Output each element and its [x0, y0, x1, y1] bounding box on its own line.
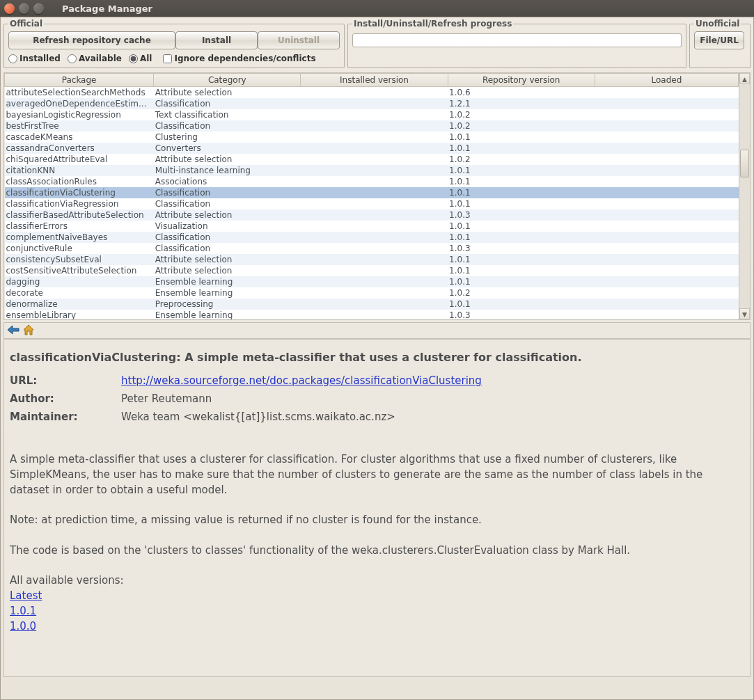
table-cell: Preprocessing — [154, 299, 301, 310]
file-url-button[interactable]: File/URL — [694, 31, 744, 49]
col-header-package[interactable]: Package — [5, 74, 154, 87]
table-cell: 1.0.2 — [448, 154, 595, 165]
table-cell — [301, 299, 448, 310]
table-cell — [595, 165, 738, 176]
table-scrollbar[interactable]: ▲ ▼ — [739, 73, 750, 319]
table-cell — [301, 221, 448, 232]
table-cell: dagging — [5, 276, 154, 287]
ignore-dependencies-label: Ignore dependencies/conflicts — [174, 54, 315, 63]
table-row[interactable]: consistencySubsetEvalAttribute selection… — [5, 254, 739, 265]
table-cell — [595, 221, 738, 232]
table-row[interactable]: complementNaiveBayesClassification1.0.1 — [5, 232, 739, 243]
version-link[interactable]: 1.0.1 — [10, 604, 36, 619]
table-row[interactable]: conjunctiveRuleClassification1.0.3 — [5, 243, 739, 254]
version-link[interactable]: Latest — [10, 589, 42, 604]
table-row[interactable]: classificationViaRegressionClassificatio… — [5, 198, 739, 209]
scroll-up-arrow-icon[interactable]: ▲ — [739, 73, 750, 84]
table-cell: costSensitiveAttributeSelection — [5, 265, 154, 276]
table-cell — [301, 143, 448, 154]
detail-nav-bar — [3, 322, 751, 339]
window-titlebar: Package Manager — [0, 0, 754, 17]
table-cell: ensembleLibrary — [5, 310, 154, 319]
table-cell: 1.0.3 — [448, 209, 595, 221]
table-row[interactable]: ensembleLibraryEnsemble learning1.0.3 — [5, 310, 739, 319]
table-cell — [301, 187, 448, 198]
package-table[interactable]: Package Category Installed version Repos… — [4, 73, 739, 319]
table-cell — [595, 232, 738, 243]
table-cell: complementNaiveBayes — [5, 232, 154, 243]
table-cell: 1.0.1 — [448, 165, 595, 176]
table-cell: bestFirstTree — [5, 120, 154, 132]
window-minimize-icon[interactable] — [19, 3, 29, 14]
table-cell: Text classification — [154, 109, 301, 120]
progress-legend: Install/Uninstall/Refresh progress — [352, 19, 513, 29]
table-cell: 1.0.1 — [448, 299, 595, 310]
table-cell — [301, 243, 448, 254]
table-cell: classAssociationRules — [5, 176, 154, 187]
radio-available-label: Available — [79, 54, 122, 63]
col-header-loaded[interactable]: Loaded — [595, 74, 738, 87]
back-arrow-icon[interactable] — [7, 325, 19, 337]
table-cell: consistencySubsetEval — [5, 254, 154, 265]
table-row[interactable]: classAssociationRulesAssociations1.0.1 — [5, 176, 739, 187]
table-row[interactable]: cascadeKMeansClustering1.0.1 — [5, 132, 739, 143]
scroll-thumb[interactable] — [740, 150, 749, 177]
table-cell — [301, 198, 448, 209]
table-row[interactable]: classifierErrorsVisualization1.0.1 — [5, 221, 739, 232]
col-header-repository-version[interactable]: Repository version — [448, 74, 595, 87]
table-row[interactable]: cassandraConvertersConverters1.0.1 — [5, 143, 739, 154]
radio-installed[interactable]: Installed — [8, 54, 61, 63]
scroll-down-arrow-icon[interactable]: ▼ — [739, 308, 750, 319]
detail-url-label: URL: — [10, 374, 121, 389]
table-row[interactable]: citationKNNMulti-instance learning1.0.1 — [5, 165, 739, 176]
col-header-installed-version[interactable]: Installed version — [301, 74, 448, 87]
table-cell: Classification — [154, 232, 301, 243]
table-cell — [301, 176, 448, 187]
table-row[interactable]: decorateEnsemble learning1.0.2 — [5, 287, 739, 299]
refresh-repository-cache-button[interactable]: Refresh repository cache — [8, 31, 175, 49]
table-row[interactable]: classificationViaClusteringClassificatio… — [5, 187, 739, 198]
table-cell — [595, 299, 738, 310]
table-row[interactable]: costSensitiveAttributeSelectionAttribute… — [5, 265, 739, 276]
table-cell — [595, 198, 738, 209]
window-maximize-icon[interactable] — [33, 3, 44, 14]
ignore-dependencies-checkbox[interactable]: Ignore dependencies/conflicts — [163, 54, 315, 63]
unofficial-panel: Unofficial File/URL — [689, 19, 751, 68]
detail-maintainer-value: Weka team <wekalist{[at]}list.scms.waika… — [121, 410, 395, 425]
table-cell — [595, 109, 738, 120]
table-cell: 1.0.1 — [448, 232, 595, 243]
radio-all-label: All — [140, 54, 152, 63]
window-close-icon[interactable] — [4, 3, 15, 14]
uninstall-button[interactable]: Uninstall — [258, 31, 340, 49]
radio-available[interactable]: Available — [68, 54, 122, 63]
table-cell: Visualization — [154, 221, 301, 232]
table-row[interactable]: denormalizePreprocessing1.0.1 — [5, 299, 739, 310]
table-cell: bayesianLogisticRegression — [5, 109, 154, 120]
table-row[interactable]: daggingEnsemble learning1.0.1 — [5, 276, 739, 287]
table-header-row[interactable]: Package Category Installed version Repos… — [5, 74, 739, 87]
table-row[interactable]: attributeSelectionSearchMethodsAttribute… — [5, 87, 739, 99]
col-header-category[interactable]: Category — [154, 74, 301, 87]
table-row[interactable]: bayesianLogisticRegressionText classific… — [5, 109, 739, 120]
install-button[interactable]: Install — [175, 31, 258, 49]
detail-description-3: The code is based on the 'clusters to cl… — [10, 543, 744, 559]
table-cell: classificationViaClustering — [5, 187, 154, 198]
table-row[interactable]: bestFirstTreeClassification1.0.2 — [5, 120, 739, 132]
table-cell: 1.2.1 — [448, 98, 595, 109]
home-icon[interactable] — [23, 324, 34, 337]
table-cell: Ensemble learning — [154, 287, 301, 299]
detail-url-link[interactable]: http://weka.sourceforge.net/doc.packages… — [121, 374, 482, 387]
table-cell — [595, 254, 738, 265]
version-link[interactable]: 1.0.0 — [10, 619, 36, 635]
table-cell: Ensemble learning — [154, 276, 301, 287]
table-cell — [595, 98, 738, 109]
progress-panel: Install/Uninstall/Refresh progress — [347, 19, 686, 68]
radio-all[interactable]: All — [129, 54, 152, 63]
table-cell: 1.0.3 — [448, 310, 595, 319]
detail-maintainer-label: Maintainer: — [10, 410, 121, 425]
table-row[interactable]: averagedOneDependenceEstim...Classificat… — [5, 98, 739, 109]
table-cell: Classification — [154, 120, 301, 132]
table-row[interactable]: classifierBasedAttributeSelectionAttribu… — [5, 209, 739, 221]
detail-author-label: Author: — [10, 392, 121, 407]
table-row[interactable]: chiSquaredAttributeEvalAttribute selecti… — [5, 154, 739, 165]
